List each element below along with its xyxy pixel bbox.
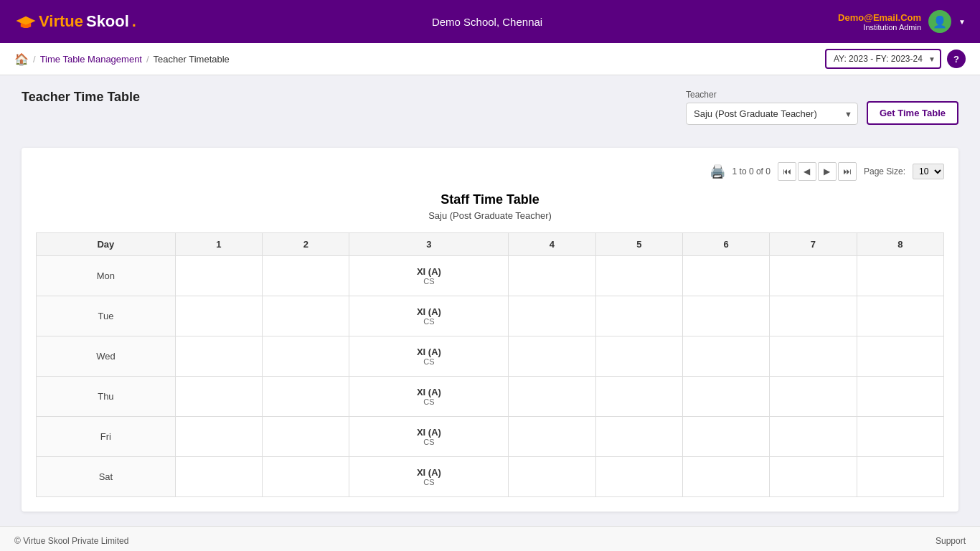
- col-5: 5: [595, 233, 682, 256]
- table-row: MonXI (A)CS: [37, 256, 944, 296]
- period-cell: [857, 336, 943, 377]
- footer-support-link[interactable]: Support: [936, 536, 966, 546]
- cell-subject: CS: [358, 277, 499, 286]
- period-cell: XI (A)CS: [349, 256, 509, 296]
- page-prev-button[interactable]: ◀: [798, 162, 816, 181]
- period-cell: [857, 296, 943, 336]
- cell-class-name: XI (A): [358, 306, 499, 317]
- period-cell: [263, 296, 349, 336]
- user-info: Demo@Email.Com Institution Admin: [838, 12, 921, 32]
- period-cell: [509, 296, 595, 336]
- period-cell: [509, 377, 595, 417]
- cell-subject: CS: [358, 397, 499, 406]
- breadcrumb-sep-1: /: [33, 54, 36, 65]
- page-next-button[interactable]: ▶: [818, 162, 837, 181]
- school-name: Demo School, Chennai: [432, 16, 542, 28]
- period-cell: [682, 377, 769, 417]
- staff-timetable-subtitle: Saju (Post Graduate Teacher): [36, 210, 944, 221]
- get-timetable-button[interactable]: Get Time Table: [867, 101, 958, 125]
- period-cell: [857, 457, 943, 497]
- print-icon[interactable]: 🖨️: [710, 164, 725, 179]
- period-cell: [595, 336, 682, 377]
- cell-subject: CS: [358, 357, 499, 366]
- ay-dropdown[interactable]: AY: 2023 - FY: 2023-24: [825, 49, 941, 69]
- day-cell: Sat: [37, 457, 176, 497]
- cell-class-name: XI (A): [358, 387, 499, 397]
- day-cell: Tue: [37, 296, 176, 336]
- svg-marker-0: [17, 17, 36, 26]
- period-cell: [770, 256, 857, 296]
- cell-subject: CS: [358, 317, 499, 326]
- teacher-select[interactable]: Saju (Post Graduate Teacher): [686, 103, 858, 125]
- teacher-label: Teacher: [686, 90, 858, 100]
- help-button[interactable]: ?: [947, 50, 966, 68]
- logo: VirtueSkool.: [14, 12, 136, 31]
- period-cell: [263, 336, 349, 377]
- table-row: TueXI (A)CS: [37, 296, 944, 336]
- header: VirtueSkool. Demo School, Chennai Demo@E…: [0, 0, 980, 43]
- teacher-filter-group: Teacher Saju (Post Graduate Teacher) ▼: [686, 90, 858, 125]
- page-title: Teacher Time Table: [22, 90, 140, 105]
- period-cell: [595, 256, 682, 296]
- period-cell: [263, 417, 349, 457]
- period-cell: [509, 336, 595, 377]
- page-header-row: Teacher Time Table Teacher Saju (Post Gr…: [22, 90, 958, 136]
- period-cell: XI (A)CS: [349, 377, 509, 417]
- period-cell: [595, 296, 682, 336]
- breadcrumb-timetable-management[interactable]: Time Table Management: [40, 54, 142, 65]
- cell-subject: CS: [358, 438, 499, 446]
- page-first-button[interactable]: ⏮: [778, 162, 796, 181]
- ay-dropdown-wrapper: AY: 2023 - FY: 2023-24 ▼: [825, 49, 941, 69]
- timetable-body: MonXI (A)CSTueXI (A)CSWedXI (A)CSThuXI (…: [37, 256, 944, 497]
- period-cell: [770, 377, 857, 417]
- col-1: 1: [175, 233, 262, 256]
- page-size-label: Page Size:: [864, 166, 905, 176]
- period-cell: [509, 256, 595, 296]
- period-cell: [682, 256, 769, 296]
- col-7: 7: [770, 233, 857, 256]
- period-cell: [509, 457, 595, 497]
- period-cell: [770, 296, 857, 336]
- day-cell: Wed: [37, 336, 176, 377]
- cell-class-name: XI (A): [358, 467, 499, 478]
- page-last-button[interactable]: ⏭: [838, 162, 857, 181]
- table-row: SatXI (A)CS: [37, 457, 944, 497]
- table-row: ThuXI (A)CS: [37, 377, 944, 417]
- home-icon[interactable]: 🏠: [14, 52, 29, 66]
- user-email: Demo@Email.Com: [838, 12, 921, 23]
- breadcrumb-teacher-timetable: Teacher Timetable: [154, 54, 230, 65]
- teacher-select-wrapper: Saju (Post Graduate Teacher) ▼: [686, 103, 858, 125]
- page-size-select[interactable]: 10 25 50: [913, 164, 944, 179]
- table-row: WedXI (A)CS: [37, 336, 944, 377]
- col-2: 2: [263, 233, 349, 256]
- period-cell: XI (A)CS: [349, 417, 509, 457]
- table-top-bar: 🖨️ 1 to 0 of 0 ⏮ ◀ ▶ ⏭ Page Size: 10 25 …: [36, 162, 944, 181]
- period-cell: [595, 417, 682, 457]
- chevron-down-icon[interactable]: ▼: [958, 18, 966, 26]
- timetable-header-row: Day 1 2 3 4 5 6 7 8: [37, 233, 944, 256]
- period-cell: [682, 457, 769, 497]
- cell-class-name: XI (A): [358, 266, 499, 277]
- col-day: Day: [37, 233, 176, 256]
- col-8: 8: [857, 233, 943, 256]
- logo-skool-text: Skool: [86, 12, 129, 31]
- col-3: 3: [349, 233, 509, 256]
- breadcrumb-sep-2: /: [146, 54, 149, 65]
- period-cell: XI (A)CS: [349, 457, 509, 497]
- graduation-cap-icon: [16, 15, 36, 28]
- logo-virtue-text: Virtue: [39, 12, 83, 31]
- period-cell: [857, 256, 943, 296]
- footer-copyright: © Virtue Skool Private Limited: [14, 536, 128, 546]
- period-cell: [263, 377, 349, 417]
- avatar[interactable]: 👤: [928, 10, 951, 33]
- period-cell: [595, 457, 682, 497]
- staff-timetable-title: Staff Time Table: [36, 192, 944, 207]
- cell-class-name: XI (A): [358, 347, 499, 357]
- timetable-header: Day 1 2 3 4 5 6 7 8: [37, 233, 944, 256]
- footer: © Virtue Skool Private Limited Support: [0, 526, 980, 551]
- ay-selector: AY: 2023 - FY: 2023-24 ▼ ?: [825, 49, 966, 69]
- cell-class-name: XI (A): [358, 427, 499, 438]
- period-cell: [175, 417, 262, 457]
- day-cell: Mon: [37, 256, 176, 296]
- breadcrumb-bar: 🏠 / Time Table Management / Teacher Time…: [0, 43, 980, 75]
